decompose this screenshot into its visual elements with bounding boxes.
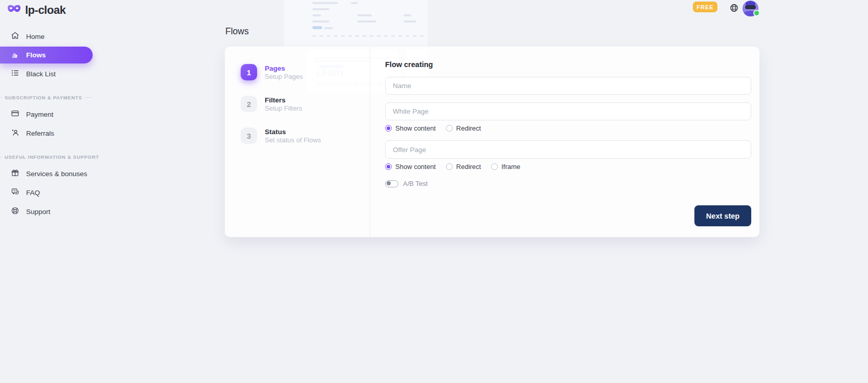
ghost-dashed-row (312, 35, 426, 37)
avatar-mask (745, 5, 756, 9)
lifebuoy-icon (11, 206, 19, 217)
radio-selected-icon (385, 125, 392, 132)
step-number: 1 (241, 64, 257, 80)
offer-show-content-radio[interactable]: Show content (385, 163, 436, 171)
offer-page-input[interactable] (385, 140, 751, 159)
sidebar: lp-cloak Home Flows Black List (0, 0, 93, 222)
step-subtitle: Setup Filters (265, 104, 302, 112)
offer-page-options: Show content Redirect Iframe (385, 163, 751, 170)
radio-icon (446, 125, 453, 132)
white-redirect-radio[interactable]: Redirect (446, 124, 481, 132)
sidebar-item-black-list[interactable]: Black List (0, 65, 93, 82)
ghost-line (324, 27, 333, 29)
step-status[interactable]: 3 Status Set status of Flows (241, 127, 358, 144)
radio-label: Show content (395, 124, 436, 132)
ghost-line (351, 2, 358, 4)
radio-icon (491, 163, 498, 170)
sidebar-item-label: Support (26, 208, 50, 216)
svg-text:?!: ?! (13, 189, 16, 193)
step-pages[interactable]: 1 Pages Setup Pages (241, 64, 358, 80)
step-number: 2 (241, 96, 257, 112)
brand-name: lp-cloak (25, 4, 66, 17)
step-title: Status (265, 128, 321, 136)
ghost-line (357, 14, 372, 16)
step-title: Pages (265, 65, 303, 73)
sidebar-item-services-bonuses[interactable]: Services & bonuses (0, 165, 93, 182)
sidebar-item-faq[interactable]: ?! FAQ (0, 184, 93, 201)
offer-iframe-radio[interactable]: Iframe (491, 163, 520, 171)
sidebar-item-label: Referrals (26, 130, 54, 137)
radio-label: Show content (395, 163, 436, 171)
sidebar-item-flows[interactable]: Flows (0, 47, 93, 63)
step-subtitle: Setup Pages (265, 73, 303, 80)
flow-creating-card: 1 Pages Setup Pages 2 Filters Setup Filt… (225, 47, 759, 237)
ghost-line (357, 20, 376, 23)
sidebar-section-support: USEFUL INFORMATION & SUPPORT (0, 154, 93, 160)
radio-selected-icon (385, 163, 392, 170)
white-page-options: Show content Redirect (385, 124, 751, 132)
ghost-line (312, 14, 321, 16)
wizard-steps: 1 Pages Setup Pages 2 Filters Setup Filt… (241, 64, 358, 159)
next-step-button[interactable]: Next step (694, 205, 751, 226)
plan-badge[interactable]: FREE (693, 2, 717, 12)
sidebar-nav: Home Flows Black List SUBSCRIPTION & PAY… (0, 28, 93, 220)
faq-bubble-icon: ?! (11, 187, 19, 198)
sidebar-item-payment[interactable]: Payment (0, 105, 93, 123)
white-show-content-radio[interactable]: Show content (385, 124, 436, 132)
radio-label: Iframe (501, 163, 520, 171)
card-divider (370, 47, 370, 237)
sidebar-item-referrals[interactable]: Referrals (0, 124, 93, 142)
ghost-line (404, 20, 416, 23)
step-subtitle: Set status of Flows (265, 136, 321, 144)
mask-icon (7, 4, 21, 16)
sidebar-item-label: Payment (26, 111, 53, 118)
step-number: 3 (241, 127, 257, 144)
language-globe-icon[interactable] (729, 3, 739, 13)
sidebar-item-label: Black List (26, 70, 56, 78)
ab-test-toggle-row: A/B Test (385, 180, 751, 187)
form-title: Flow creating (385, 60, 751, 69)
brand-logo[interactable]: lp-cloak (0, 0, 93, 17)
radio-icon (446, 163, 453, 170)
ghost-panel (284, 0, 428, 47)
online-status-dot (753, 10, 760, 16)
flow-form: Flow creating Show content Redirect Show… (385, 47, 751, 226)
sidebar-item-label: FAQ (26, 189, 40, 197)
sidebar-item-home[interactable]: Home (0, 28, 93, 45)
ab-test-label: A/B Test (403, 180, 428, 187)
sidebar-item-label: Services & bonuses (26, 170, 87, 178)
sidebar-section-subscription: SUBSCRIPTION & PAYMENTS (0, 95, 93, 100)
ghost-line (404, 14, 411, 16)
app-screen: LPSPY lpspy.webstick.com.ua lp-cloak (0, 0, 868, 383)
gift-icon (11, 168, 19, 179)
step-title: Filters (265, 96, 302, 104)
ghost-line (312, 20, 329, 23)
ghost-line (312, 8, 329, 10)
home-icon (11, 31, 19, 41)
white-page-input[interactable] (385, 102, 751, 120)
radio-label: Redirect (456, 163, 481, 171)
page-title: Flows (225, 26, 249, 37)
flows-icon (11, 50, 19, 60)
step-filters[interactable]: 2 Filters Setup Filters (241, 96, 358, 112)
sidebar-item-label: Home (26, 33, 45, 40)
offer-redirect-radio[interactable]: Redirect (446, 163, 481, 171)
list-icon (11, 69, 19, 79)
radio-label: Redirect (456, 124, 481, 132)
credit-card-icon (11, 109, 19, 119)
ghost-pill (312, 26, 322, 29)
sidebar-item-label: Flows (26, 51, 46, 59)
ab-test-toggle[interactable] (385, 180, 398, 187)
name-input[interactable] (385, 77, 751, 95)
section-label: USEFUL INFORMATION & SUPPORT (5, 154, 99, 160)
ghost-line (312, 2, 338, 4)
referral-user-icon (11, 128, 19, 138)
sidebar-item-support[interactable]: Support (0, 203, 93, 220)
section-label: SUBSCRIPTION & PAYMENTS (5, 95, 82, 100)
